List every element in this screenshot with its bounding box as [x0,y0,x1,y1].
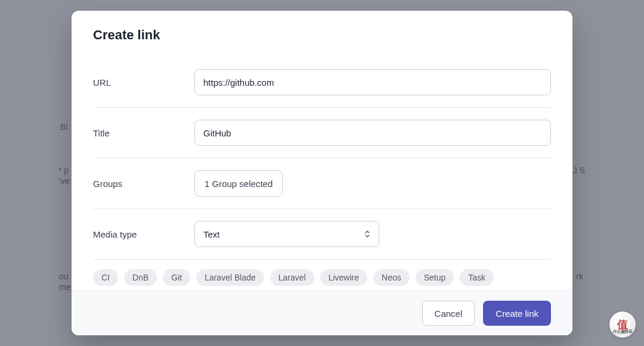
modal-footer: Cancel Create link [72,291,572,335]
tag-task[interactable]: Task [460,269,494,286]
tag-git[interactable]: Git [163,269,190,286]
bg-text: rk [576,272,583,281]
bg-text: ou [59,272,69,281]
bg-text: J S [573,166,585,175]
tag-laravel[interactable]: Laravel [270,269,314,286]
groups-label: Groups [93,179,194,189]
tag-laravel-blade[interactable]: Laravel Blade [196,269,264,286]
form-row-title: Title [93,108,551,158]
cancel-button[interactable]: Cancel [422,301,475,326]
url-input[interactable] [194,69,551,95]
media-type-select[interactable]: Text [194,221,379,247]
groups-select-button[interactable]: 1 Group selected [194,170,283,197]
select-caret-icon [364,230,370,238]
watermark-sub: 什么值得买 [613,329,633,335]
create-link-button[interactable]: Create link [483,301,551,326]
form-row-media-type: Media type Text [93,209,551,259]
media-type-value: Text [203,229,364,239]
form-row-url: URL [93,57,551,108]
watermark-badge: 值 什么值得买 [609,311,636,338]
tag-setup[interactable]: Setup [416,269,454,286]
title-input[interactable] [194,120,551,146]
form-row-groups: Groups 1 Group selected [93,158,551,209]
media-type-label: Media type [93,229,194,239]
tag-dnb[interactable]: DnB [124,269,157,286]
bg-text: Bl [60,122,67,132]
bg-text: * p [58,166,69,175]
tag-livewire[interactable]: Livewire [320,269,367,286]
bg-text: me [59,282,70,292]
url-label: URL [93,77,194,88]
tag-ci[interactable]: CI [93,269,118,286]
modal-title: Create link [93,27,551,43]
title-label: Title [93,128,194,138]
modal-body: Create link URL Title Groups 1 Group sel… [72,11,572,291]
tags-row: CI DnB Git Laravel Blade Laravel Livewir… [93,259,551,291]
tag-neos[interactable]: Neos [373,269,410,286]
create-link-modal: Create link URL Title Groups 1 Group sel… [72,11,572,335]
bg-text: 've [59,176,69,186]
